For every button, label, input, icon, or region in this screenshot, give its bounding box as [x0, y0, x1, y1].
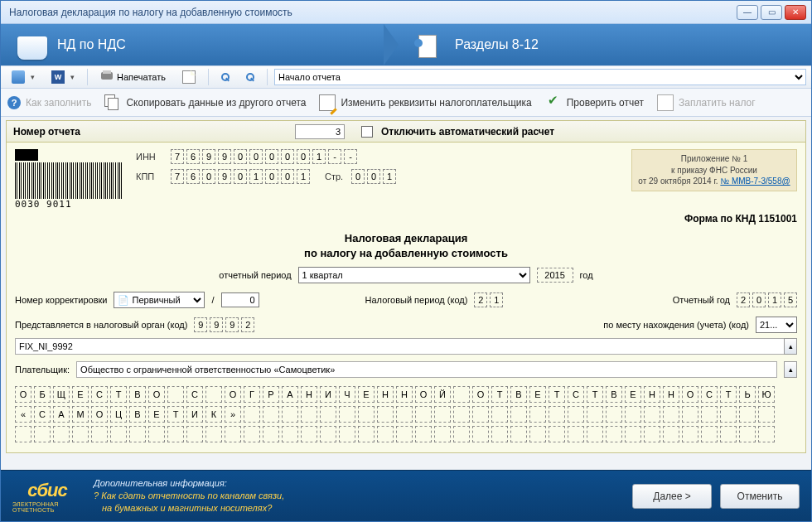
registration-place-label: по месту нахождения (учета) (код) — [603, 320, 749, 330]
print-button[interactable]: Напечатать — [94, 68, 172, 86]
inn-cells[interactable]: 7699000001-- — [171, 149, 357, 164]
toolbar-actions: ? Как заполнить Скопировать данные из др… — [1, 89, 811, 117]
period-year-input[interactable] — [537, 268, 573, 283]
form-body: Приложение № 1 к приказу ФНС России от 2… — [7, 143, 805, 452]
ribbon-tab-main-label: НД по НДС — [57, 37, 126, 52]
report-year-label: Отчетный год — [673, 295, 730, 305]
form-scroll-area[interactable]: Номер отчета Отключить автоматический ра… — [1, 117, 811, 470]
report-number-input[interactable] — [295, 124, 345, 139]
kpp-label: КПП — [136, 172, 162, 181]
payer-name-grid[interactable]: ОБЩЕСТВОСОГРАНИЧЕННОЙОТВЕТСТВЕННОСТЬЮ «С… — [15, 386, 797, 442]
appendix-order-link[interactable]: № ММВ-7-3/558@ — [720, 176, 790, 186]
ribbon-tab-main[interactable]: НД по НДС — [1, 24, 399, 65]
appendix-box: Приложение № 1 к приказу ФНС России от 2… — [631, 149, 797, 191]
report-header-row: Номер отчета Отключить автоматический ра… — [7, 121, 805, 143]
check-icon: ✔ — [545, 94, 562, 111]
copy-from-report-button[interactable]: Скопировать данные из другого отчета — [104, 94, 306, 111]
print-icon — [100, 70, 114, 84]
brand-name: сбис — [27, 480, 67, 501]
disable-auto-calc-label: Отключить автоматический расчет — [381, 126, 554, 138]
report-year-cells[interactable]: 2015 — [737, 292, 797, 307]
payer-label: Плательщик: — [15, 365, 70, 375]
change-taxpayer-label: Изменить реквизиты налогоплательщика — [341, 97, 531, 109]
footer-info: Дополнительная информация: ? Как сдать о… — [94, 477, 284, 515]
tax-organ-name-wrap: ▴ — [15, 333, 797, 355]
barcode-number: 0030 9011 — [15, 199, 123, 210]
how-to-fill-label: Как заполнить — [26, 97, 91, 109]
next-button[interactable]: Далее > — [632, 484, 712, 509]
scroll-up-button[interactable]: ▴ — [784, 361, 797, 378]
copy-icon — [104, 94, 121, 111]
footer-info-title: Дополнительная информация: — [94, 477, 284, 490]
how-to-fill-button[interactable]: ? Как заполнить — [7, 96, 91, 109]
ribbon-tab-sections-label: Разделы 8-12 — [455, 37, 539, 52]
footer-info-link[interactable]: ? Как сдать отчетность по каналам связи, — [94, 490, 284, 502]
separator — [208, 69, 209, 85]
footer-info-line2: на бумажных и магнитных носителях? — [102, 502, 284, 515]
change-taxpayer-button[interactable]: Изменить реквизиты налогоплательщика — [319, 94, 531, 111]
document-icon — [182, 70, 196, 84]
appendix-line3: от 29 октября 2014 г. № ММВ-7-3/558@ — [637, 176, 791, 187]
disable-auto-calc-checkbox[interactable] — [361, 126, 373, 138]
appendix-line1: Приложение № 1 — [637, 153, 791, 165]
ribbon-header: НД по НДС Разделы 8-12 — [1, 24, 811, 65]
zoom-in-button[interactable] — [215, 68, 235, 86]
money-icon — [657, 94, 674, 111]
registration-place-select[interactable]: 21... — [756, 317, 797, 333]
period-select[interactable]: 1 квартал — [298, 267, 530, 283]
notepad-icon — [413, 28, 447, 61]
knd-code: Форма по КНД 1151001 — [15, 213, 797, 225]
period-row: отчетный период 1 квартал год — [15, 267, 797, 283]
titlebar: Налоговая декларация по налогу на добавл… — [1, 1, 811, 24]
close-button[interactable]: ✕ — [785, 5, 806, 20]
check-report-button[interactable]: ✔ Проверить отчет — [545, 94, 644, 111]
kpp-cells[interactable]: 760901001 — [171, 169, 310, 184]
period-label: отчетный период — [219, 270, 291, 280]
pay-tax-button[interactable]: Заплатить налог — [657, 94, 756, 111]
correction-type-select[interactable]: 📄 Первичный — [114, 292, 205, 308]
separator — [267, 69, 268, 85]
tax-organ-row: Представляется в налоговый орган (код) 9… — [15, 317, 797, 333]
save-button[interactable] — [6, 68, 41, 86]
tax-organ-name-input[interactable] — [15, 338, 797, 355]
separator — [87, 69, 88, 85]
report-number-label: Номер отчета — [13, 126, 287, 138]
save-icon — [12, 70, 25, 84]
sbis-logo: сбис ЭЛЕКТРОННАЯ ОТЧЕТНОСТЬ — [12, 480, 82, 513]
page-cells: 001 — [351, 169, 396, 184]
slash: / — [211, 295, 214, 305]
zoom-out-button[interactable] — [240, 68, 260, 86]
declaration-form: Номер отчета Отключить автоматический ра… — [6, 120, 806, 453]
correction-number-input[interactable] — [221, 292, 259, 307]
minimize-button[interactable]: — — [737, 5, 758, 20]
magnifier-plus-icon — [221, 73, 230, 81]
window-title: Налоговая декларация по налогу на добавл… — [6, 7, 734, 18]
tax-organ-cells[interactable]: 9992 — [194, 317, 254, 332]
tax-organ-label: Представляется в налоговый орган (код) — [15, 320, 187, 330]
app-window: Налоговая декларация по налогу на добавл… — [0, 0, 812, 522]
declaration-title: Налоговая декларация по налогу на добавл… — [15, 231, 797, 260]
section-select[interactable]: Начало отчета — [274, 69, 806, 85]
word-icon: W — [51, 70, 65, 84]
help-icon: ? — [7, 96, 21, 109]
maximize-button[interactable]: ▭ — [761, 5, 782, 20]
ribbon-tab-sections[interactable]: Разделы 8-12 — [399, 24, 811, 65]
correction-label: Номер корректировки — [15, 295, 107, 305]
inn-label: ИНН — [136, 152, 162, 162]
scroll-up-button[interactable]: ▴ — [784, 338, 797, 355]
tax-period-label: Налоговый период (код) — [365, 295, 468, 305]
edit-icon — [319, 94, 336, 111]
year-label: год — [580, 270, 593, 280]
check-report-label: Проверить отчет — [567, 97, 644, 109]
pay-tax-label: Заплатить налог — [679, 97, 756, 109]
payer-input[interactable] — [76, 361, 777, 378]
correction-row: Номер корректировки 📄 Первичный /* we'll… — [15, 292, 797, 308]
footer: сбис ЭЛЕКТРОННАЯ ОТЧЕТНОСТЬ Дополнительн… — [1, 470, 811, 521]
page-label: Стр. — [325, 172, 343, 181]
footer-buttons: Далее > Отменить — [632, 484, 800, 509]
word-export-button[interactable]: W — [46, 68, 80, 86]
tax-period-cells[interactable]: 21 — [474, 292, 503, 307]
toolbar-btn-a[interactable] — [176, 68, 201, 86]
magnifier-minus-icon — [246, 73, 254, 81]
cancel-button[interactable]: Отменить — [720, 484, 800, 509]
